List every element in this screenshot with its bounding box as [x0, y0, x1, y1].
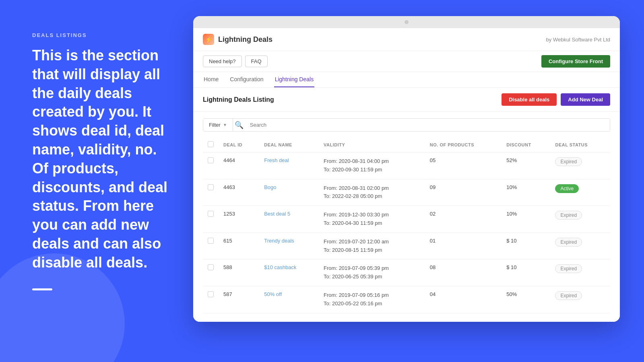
- table-header-row: DEAL ID DEAL NAME VALIDITY NO. OF PRODUC…: [203, 137, 610, 152]
- app-content: ⚡ Lightning Deals by Webkul Software Pvt…: [193, 28, 620, 322]
- validity-from: From: 2020-08-31 02:00 pm: [324, 184, 420, 193]
- row-deal-name: 50% off: [259, 286, 319, 313]
- select-all-checkbox[interactable]: [208, 141, 214, 147]
- row-validity: From: 2020-08-31 04:00 pm To: 2020-09-30…: [319, 152, 425, 179]
- table-row: 587 50% off From: 2019-07-09 05:16 pm To…: [203, 286, 610, 313]
- row-status: Expired: [550, 286, 610, 313]
- row-checkbox[interactable]: [208, 291, 214, 297]
- table-row: 588 $10 cashback From: 2019-07-09 05:39 …: [203, 259, 610, 286]
- row-deal-id: 1253: [219, 206, 259, 233]
- row-deal-name: Bogo: [259, 179, 319, 206]
- status-badge: Expired: [555, 238, 582, 247]
- validity-to: To: 2020-06-25 05:39 pm: [324, 273, 420, 281]
- left-panel: DEALS LISTINGS This is the section that …: [0, 0, 193, 362]
- deal-name-link[interactable]: Trendy deals: [264, 238, 294, 244]
- row-deal-id: 4463: [219, 179, 259, 206]
- table-row: 4463 Bogo From: 2020-08-31 02:00 pm To: …: [203, 179, 610, 206]
- row-checkbox-col: [203, 259, 219, 286]
- tab-home[interactable]: Home: [203, 72, 219, 87]
- search-icon: 🔍: [233, 121, 245, 129]
- validity-to: To: 2020-05-22 05:16 pm: [324, 300, 420, 308]
- row-validity: From: 2019-07-09 05:39 pm To: 2020-06-25…: [319, 259, 425, 286]
- filter-button[interactable]: Filter ▼: [203, 119, 233, 131]
- logo-icon: ⚡: [205, 36, 212, 43]
- header-discount: DISCOUNT: [502, 137, 550, 152]
- validity-to: To: 2022-02-28 05:00 pm: [324, 192, 420, 201]
- tab-configuration[interactable]: Configuration: [229, 72, 264, 87]
- row-deal-name: Fresh deal: [259, 152, 319, 179]
- row-checkbox-col: [203, 286, 219, 313]
- deal-name-link[interactable]: 50% off: [264, 291, 282, 297]
- app-title: Lightning Deals: [218, 35, 272, 44]
- row-validity: From: 2020-08-31 02:00 pm To: 2022-02-28…: [319, 179, 425, 206]
- filter-bar: Filter ▼ 🔍: [203, 118, 610, 132]
- page-header: Lightning Deals Listing Disable all deal…: [193, 88, 620, 112]
- row-discount: $ 10: [502, 259, 550, 286]
- row-checkbox[interactable]: [208, 211, 214, 217]
- browser-dot: [405, 20, 409, 24]
- row-deal-name: Trendy deals: [259, 232, 319, 259]
- row-deal-name: $10 cashback: [259, 259, 319, 286]
- row-no-products: 09: [425, 179, 502, 206]
- row-validity: From: 2019-12-30 03:30 pm To: 2020-04-30…: [319, 206, 425, 233]
- table-row: 4464 Fresh deal From: 2020-08-31 04:00 p…: [203, 152, 610, 179]
- row-no-products: 05: [425, 152, 502, 179]
- deal-name-link[interactable]: Bogo: [264, 184, 276, 190]
- row-checkbox[interactable]: [208, 238, 214, 244]
- validity-from: From: 2019-07-09 05:16 pm: [324, 291, 420, 300]
- row-checkbox[interactable]: [208, 184, 214, 190]
- validity-to: To: 2020-08-15 11:59 pm: [324, 246, 420, 255]
- row-no-products: 01: [425, 232, 502, 259]
- header-checkbox-col: [203, 137, 219, 152]
- row-status: Expired: [550, 259, 610, 286]
- row-checkbox[interactable]: [208, 157, 214, 163]
- deal-name-link[interactable]: Best deal 5: [264, 211, 290, 217]
- validity-to: To: 2020-04-30 11:59 pm: [324, 219, 420, 228]
- row-status: Expired: [550, 232, 610, 259]
- configure-store-button[interactable]: Configure Store Front: [541, 55, 610, 68]
- row-status: Expired: [550, 152, 610, 179]
- row-status: Active: [550, 179, 610, 206]
- validity-to: To: 2020-09-30 11:59 pm: [324, 166, 420, 174]
- tab-lightning-deals[interactable]: Lightning Deals: [274, 72, 315, 87]
- add-new-deal-button[interactable]: Add New Deal: [561, 93, 610, 106]
- decorative-dash: [32, 288, 52, 290]
- app-logo: ⚡: [203, 34, 214, 45]
- filter-label: Filter: [209, 122, 221, 128]
- table-row: 615 Trendy deals From: 2019-07-20 12:00 …: [203, 232, 610, 259]
- table-row: 1253 Best deal 5 From: 2019-12-30 03:30 …: [203, 206, 610, 233]
- header-no-products: NO. OF PRODUCTS: [425, 137, 502, 152]
- status-badge: Active: [555, 184, 579, 193]
- row-deal-id: 588: [219, 259, 259, 286]
- right-panel: ⚡ Lightning Deals by Webkul Software Pvt…: [193, 0, 644, 362]
- faq-button[interactable]: FAQ: [245, 56, 268, 67]
- disable-all-deals-button[interactable]: Disable all deals: [502, 93, 557, 106]
- row-checkbox[interactable]: [208, 264, 214, 270]
- table-area: Filter ▼ 🔍 DEAL ID DEAL NAME: [193, 112, 620, 322]
- need-help-button[interactable]: Need help?: [203, 56, 242, 67]
- row-discount: $ 10: [502, 232, 550, 259]
- row-checkbox-col: [203, 232, 219, 259]
- row-discount: 52%: [502, 152, 550, 179]
- deal-name-link[interactable]: Fresh deal: [264, 157, 289, 163]
- app-header-left: ⚡ Lightning Deals: [203, 34, 272, 45]
- section-label: DEALS LISTINGS: [32, 32, 169, 38]
- status-badge: Expired: [555, 291, 582, 300]
- row-checkbox-col: [203, 206, 219, 233]
- page-title: Lightning Deals Listing: [203, 96, 274, 103]
- row-checkbox-col: [203, 179, 219, 206]
- deals-table: DEAL ID DEAL NAME VALIDITY NO. OF PRODUC…: [203, 137, 610, 313]
- header-validity: VALIDITY: [319, 137, 425, 152]
- browser-window: ⚡ Lightning Deals by Webkul Software Pvt…: [193, 16, 620, 322]
- deal-name-link[interactable]: $10 cashback: [264, 264, 296, 270]
- row-no-products: 02: [425, 206, 502, 233]
- search-input[interactable]: [245, 119, 610, 131]
- validity-from: From: 2020-08-31 04:00 pm: [324, 157, 420, 166]
- chevron-down-icon: ▼: [223, 123, 227, 127]
- status-badge: Expired: [555, 264, 582, 273]
- browser-chrome: [193, 16, 620, 28]
- page-actions: Disable all deals Add New Deal: [502, 93, 610, 106]
- by-label: by Webkul Software Pvt Ltd: [546, 37, 610, 43]
- row-status: Expired: [550, 206, 610, 233]
- row-deal-id: 4464: [219, 152, 259, 179]
